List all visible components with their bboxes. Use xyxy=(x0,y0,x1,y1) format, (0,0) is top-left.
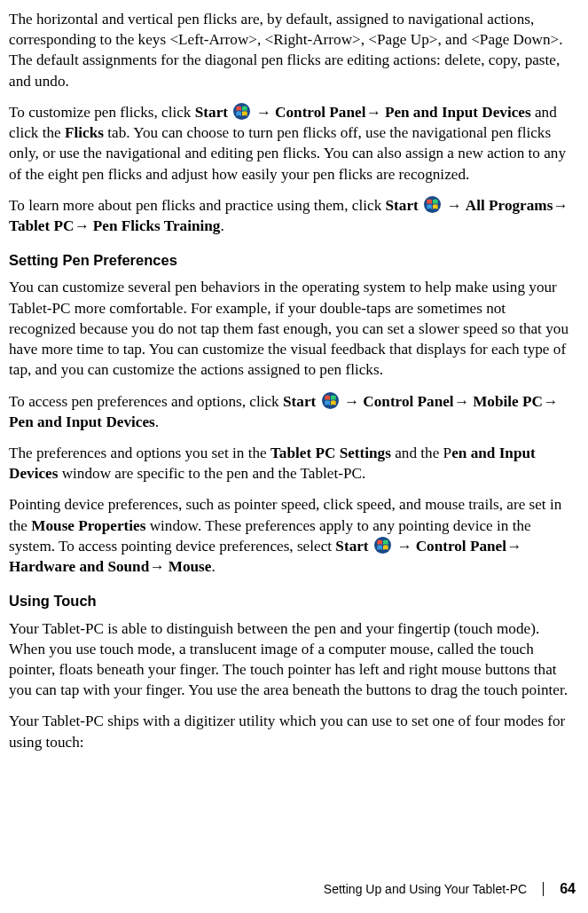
tablet-pc-label: Tablet PC xyxy=(9,217,74,234)
paragraph-touch-mode: Your Tablet-PC is able to distinguish be… xyxy=(9,618,576,701)
mobile-pc-label: Mobile PC xyxy=(473,393,543,410)
arrow: → xyxy=(252,104,275,121)
control-panel-label: Control Panel xyxy=(416,538,506,555)
paragraph-digitizer-utility: Your Tablet-PC ships with a digitizer ut… xyxy=(9,711,576,752)
control-panel-label: Control Panel xyxy=(275,104,365,121)
start-label: Start xyxy=(386,197,419,214)
arrow: → xyxy=(393,538,416,555)
period: . xyxy=(220,217,223,234)
body-text: To customize pen flicks, click xyxy=(9,104,195,121)
body-text: and the P xyxy=(391,445,451,461)
all-programs-label: All Programs xyxy=(466,197,553,214)
body-text: The preferences and options you set in t… xyxy=(9,445,270,461)
mouse-label: Mouse xyxy=(169,558,212,575)
pen-input-devices-label: Pen and Input Devices xyxy=(385,104,531,121)
arrow: → xyxy=(341,393,364,410)
paragraph-pen-behaviors: You can customize several pen behaviors … xyxy=(9,277,576,380)
footer-title: Setting Up and Using Your Tablet-PC xyxy=(324,881,527,898)
start-label: Start xyxy=(283,393,316,410)
paragraph-tablet-pc-settings: The preferences and options you set in t… xyxy=(9,443,576,484)
body-text: You can customize several pen behaviors … xyxy=(9,279,568,378)
paragraph-pointing-device-prefs: Pointing device preferences, such as poi… xyxy=(9,494,576,577)
start-label: Start xyxy=(335,538,368,555)
body-text: Your Tablet-PC is able to distinguish be… xyxy=(9,620,568,699)
paragraph-navigation-assignments: The horizontal and vertical pen flicks a… xyxy=(9,9,576,91)
body-text: To learn more about pen flicks and pract… xyxy=(9,197,386,214)
period: . xyxy=(211,558,215,575)
flicks-tab-label: Flicks xyxy=(65,124,104,141)
arrow: → xyxy=(74,217,92,234)
windows-logo-icon xyxy=(233,103,250,120)
windows-logo-icon xyxy=(322,392,339,409)
body-text: Your Tablet-PC ships with a digitizer ut… xyxy=(9,712,565,750)
arrow: → xyxy=(443,197,466,214)
start-label: Start xyxy=(195,104,228,121)
arrow: → xyxy=(365,104,384,121)
body-text: The horizontal and vertical pen flicks a… xyxy=(9,11,563,90)
arrow: → xyxy=(553,197,568,214)
windows-logo-icon xyxy=(424,196,441,213)
hardware-sound-label: Hardware and Sound xyxy=(9,558,149,575)
page-footer: Setting Up and Using Your Tablet-PC 64 xyxy=(324,879,576,899)
control-panel-label: Control Panel xyxy=(363,393,453,410)
arrow: → xyxy=(149,558,168,575)
windows-logo-icon xyxy=(374,537,391,554)
arrow: → xyxy=(454,393,473,410)
paragraph-customize-flicks: To customize pen flicks, click Start → C… xyxy=(9,102,576,185)
paragraph-access-pen-prefs: To access pen preferences and options, c… xyxy=(9,391,576,432)
heading-setting-pen-preferences: Setting Pen Preferences xyxy=(9,250,576,270)
mouse-properties-label: Mouse Properties xyxy=(31,517,145,534)
tablet-pc-settings-label: Tablet PC Settings xyxy=(270,445,391,461)
arrow: → xyxy=(506,538,521,555)
arrow: → xyxy=(543,393,558,410)
pen-input-devices-label: Pen and Input Devices xyxy=(9,413,155,430)
footer-separator xyxy=(543,882,544,896)
heading-using-touch: Using Touch xyxy=(9,591,576,610)
paragraph-learn-flicks: To learn more about pen flicks and pract… xyxy=(9,195,576,236)
body-text: To access pen preferences and options, c… xyxy=(9,393,283,410)
period: . xyxy=(155,413,159,430)
pen-flicks-training-label: Pen Flicks Training xyxy=(93,217,221,234)
page-number: 64 xyxy=(560,879,576,899)
body-text: window are specific to the pen and the T… xyxy=(58,465,365,482)
